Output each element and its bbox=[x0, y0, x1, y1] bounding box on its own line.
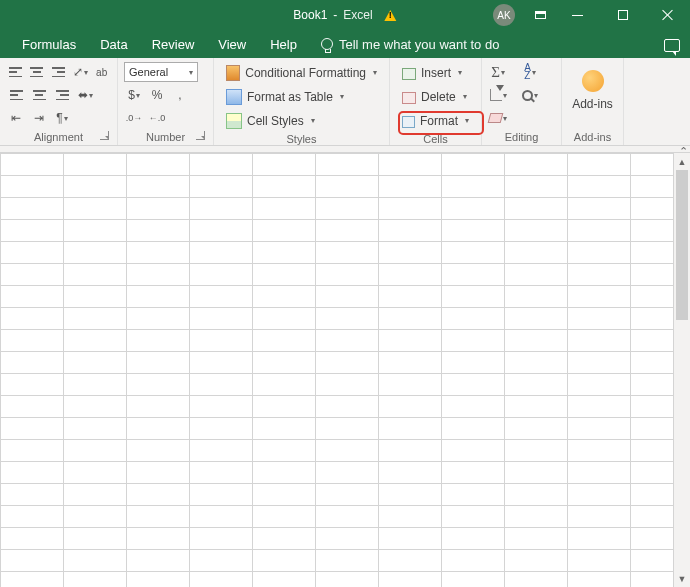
cell[interactable] bbox=[253, 154, 316, 176]
cell[interactable] bbox=[64, 506, 127, 528]
cell[interactable] bbox=[127, 330, 190, 352]
cell[interactable] bbox=[253, 462, 316, 484]
autosum-button[interactable]: Σ▾ bbox=[488, 62, 508, 82]
cell[interactable] bbox=[442, 352, 505, 374]
cell[interactable] bbox=[442, 176, 505, 198]
cell[interactable] bbox=[442, 484, 505, 506]
cell[interactable] bbox=[253, 550, 316, 572]
cell[interactable] bbox=[316, 308, 379, 330]
cell[interactable] bbox=[127, 462, 190, 484]
decrease-decimal-button[interactable]: ←.0 bbox=[147, 108, 167, 128]
cell[interactable] bbox=[316, 550, 379, 572]
cell-styles-button[interactable]: Cell Styles▾ bbox=[220, 110, 383, 131]
cell[interactable] bbox=[316, 440, 379, 462]
cell[interactable] bbox=[253, 572, 316, 588]
cell[interactable] bbox=[379, 242, 442, 264]
cell[interactable] bbox=[253, 220, 316, 242]
cell[interactable] bbox=[1, 396, 64, 418]
accounting-format-button[interactable]: $▾ bbox=[124, 85, 144, 105]
cell[interactable] bbox=[190, 462, 253, 484]
cell[interactable] bbox=[64, 484, 127, 506]
cell[interactable] bbox=[127, 484, 190, 506]
sort-filter-button[interactable]: AZ▾ bbox=[520, 62, 540, 82]
cell[interactable] bbox=[568, 176, 631, 198]
cell[interactable] bbox=[64, 330, 127, 352]
cell[interactable] bbox=[190, 264, 253, 286]
delete-cells-button[interactable]: Delete▾ bbox=[396, 86, 475, 107]
cell[interactable] bbox=[505, 440, 568, 462]
format-cells-button[interactable]: Format▾ bbox=[396, 110, 475, 131]
increase-indent-button[interactable]: ⇥ bbox=[29, 108, 49, 128]
cell[interactable] bbox=[1, 374, 64, 396]
cell[interactable] bbox=[442, 198, 505, 220]
cell[interactable] bbox=[379, 330, 442, 352]
cell[interactable] bbox=[316, 220, 379, 242]
cell[interactable] bbox=[316, 418, 379, 440]
addins-button[interactable]: Add-ins bbox=[572, 97, 613, 111]
cell[interactable] bbox=[127, 506, 190, 528]
text-direction-button[interactable]: ¶▾ bbox=[52, 108, 72, 128]
merge-button[interactable]: ⬌▾ bbox=[75, 85, 95, 105]
cell[interactable] bbox=[127, 286, 190, 308]
align-middle-button[interactable] bbox=[28, 62, 47, 82]
cell[interactable] bbox=[190, 572, 253, 588]
cell[interactable] bbox=[568, 308, 631, 330]
cell[interactable] bbox=[253, 242, 316, 264]
cell[interactable] bbox=[505, 242, 568, 264]
comments-button[interactable] bbox=[646, 30, 680, 60]
cell[interactable] bbox=[505, 484, 568, 506]
cell[interactable] bbox=[505, 528, 568, 550]
cell[interactable] bbox=[568, 418, 631, 440]
cell[interactable] bbox=[253, 440, 316, 462]
cell[interactable] bbox=[1, 286, 64, 308]
cell[interactable] bbox=[316, 198, 379, 220]
cell[interactable] bbox=[442, 154, 505, 176]
cell[interactable] bbox=[64, 264, 127, 286]
cell[interactable] bbox=[442, 506, 505, 528]
user-avatar[interactable]: AK bbox=[493, 4, 515, 26]
cell[interactable] bbox=[127, 242, 190, 264]
cell[interactable] bbox=[253, 506, 316, 528]
cell[interactable] bbox=[442, 242, 505, 264]
cell[interactable] bbox=[316, 352, 379, 374]
cell[interactable] bbox=[190, 550, 253, 572]
cell[interactable] bbox=[379, 506, 442, 528]
cell[interactable] bbox=[379, 264, 442, 286]
cell[interactable] bbox=[127, 418, 190, 440]
cell[interactable] bbox=[442, 220, 505, 242]
cell[interactable] bbox=[442, 396, 505, 418]
cell[interactable] bbox=[442, 374, 505, 396]
cell[interactable] bbox=[379, 198, 442, 220]
cell[interactable] bbox=[64, 418, 127, 440]
cell[interactable] bbox=[568, 242, 631, 264]
number-dialog-launcher[interactable] bbox=[196, 131, 205, 140]
cell[interactable] bbox=[442, 528, 505, 550]
cell[interactable] bbox=[64, 198, 127, 220]
cell[interactable] bbox=[190, 220, 253, 242]
cell[interactable] bbox=[253, 176, 316, 198]
cell[interactable] bbox=[64, 154, 127, 176]
cell[interactable] bbox=[1, 220, 64, 242]
cell[interactable] bbox=[253, 484, 316, 506]
cell[interactable] bbox=[379, 220, 442, 242]
wrap-text-button[interactable]: ab bbox=[92, 62, 111, 82]
format-as-table-button[interactable]: Format as Table▾ bbox=[220, 86, 383, 107]
cell[interactable] bbox=[1, 440, 64, 462]
cell[interactable] bbox=[253, 264, 316, 286]
increase-decimal-button[interactable]: .0→ bbox=[124, 108, 144, 128]
cell[interactable] bbox=[127, 352, 190, 374]
tell-me-search[interactable]: Tell me what you want to do bbox=[309, 30, 511, 58]
cell[interactable] bbox=[1, 308, 64, 330]
cell[interactable] bbox=[568, 440, 631, 462]
clear-button[interactable]: ▾ bbox=[488, 108, 508, 128]
cell[interactable] bbox=[253, 352, 316, 374]
cell[interactable] bbox=[505, 506, 568, 528]
cell[interactable] bbox=[127, 220, 190, 242]
cell[interactable] bbox=[568, 374, 631, 396]
cell[interactable] bbox=[127, 154, 190, 176]
cell[interactable] bbox=[505, 176, 568, 198]
cell[interactable] bbox=[568, 352, 631, 374]
close-button[interactable] bbox=[645, 0, 690, 30]
cell[interactable] bbox=[568, 528, 631, 550]
fill-button[interactable]: ▾ bbox=[488, 85, 508, 105]
